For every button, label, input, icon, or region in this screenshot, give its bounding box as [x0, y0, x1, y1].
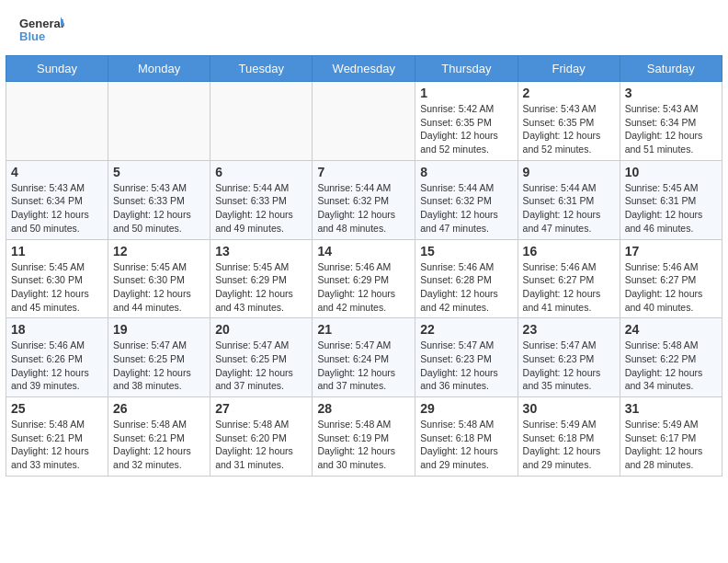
day-number: 24 — [625, 322, 717, 337]
day-info: Sunrise: 5:46 AMSunset: 6:28 PMDaylight:… — [420, 260, 512, 315]
day-header-monday: Monday — [108, 56, 210, 82]
logo: General Blue — [18, 15, 64, 48]
calendar-cell: 2Sunrise: 5:43 AMSunset: 6:35 PMDaylight… — [518, 82, 620, 161]
calendar-cell: 20Sunrise: 5:47 AMSunset: 6:25 PMDayligh… — [210, 318, 313, 397]
day-header-wednesday: Wednesday — [313, 56, 415, 82]
day-number: 10 — [625, 165, 717, 179]
day-info: Sunrise: 5:44 AMSunset: 6:33 PMDaylight:… — [215, 181, 307, 236]
day-number: 3 — [625, 86, 717, 100]
day-info: Sunrise: 5:47 AMSunset: 6:24 PMDaylight:… — [317, 339, 410, 393]
calendar-cell: 15Sunrise: 5:46 AMSunset: 6:28 PMDayligh… — [415, 239, 518, 318]
calendar-cell: 23Sunrise: 5:47 AMSunset: 6:23 PMDayligh… — [518, 318, 620, 397]
day-info: Sunrise: 5:42 AMSunset: 6:35 PMDaylight:… — [420, 102, 512, 156]
day-header-tuesday: Tuesday — [210, 56, 313, 82]
day-info: Sunrise: 5:43 AMSunset: 6:34 PMDaylight:… — [625, 102, 717, 156]
day-info: Sunrise: 5:44 AMSunset: 6:32 PMDaylight:… — [420, 181, 512, 236]
day-info: Sunrise: 5:43 AMSunset: 6:35 PMDaylight:… — [523, 102, 615, 156]
calendar-cell — [108, 82, 210, 161]
calendar-table: SundayMondayTuesdayWednesdayThursdayFrid… — [6, 55, 722, 477]
svg-text:Blue: Blue — [19, 29, 45, 43]
day-info: Sunrise: 5:45 AMSunset: 6:30 PMDaylight:… — [11, 260, 103, 315]
day-info: Sunrise: 5:43 AMSunset: 6:34 PMDaylight:… — [11, 181, 103, 236]
day-info: Sunrise: 5:46 AMSunset: 6:29 PMDaylight:… — [317, 260, 410, 315]
calendar-cell: 6Sunrise: 5:44 AMSunset: 6:33 PMDaylight… — [210, 160, 313, 239]
calendar-wrap: SundayMondayTuesdayWednesdayThursdayFrid… — [0, 55, 728, 482]
calendar-cell: 5Sunrise: 5:43 AMSunset: 6:33 PMDaylight… — [108, 160, 210, 239]
day-number: 20 — [215, 322, 307, 337]
day-info: Sunrise: 5:45 AMSunset: 6:31 PMDaylight:… — [625, 181, 717, 236]
day-number: 23 — [523, 322, 615, 337]
calendar-cell: 12Sunrise: 5:45 AMSunset: 6:30 PMDayligh… — [108, 239, 210, 318]
calendar-cell: 3Sunrise: 5:43 AMSunset: 6:34 PMDaylight… — [620, 82, 722, 161]
calendar-cell: 11Sunrise: 5:45 AMSunset: 6:30 PMDayligh… — [6, 239, 108, 318]
day-number: 17 — [625, 244, 717, 259]
calendar-cell: 24Sunrise: 5:48 AMSunset: 6:22 PMDayligh… — [620, 318, 722, 397]
day-info: Sunrise: 5:47 AMSunset: 6:25 PMDaylight:… — [113, 339, 205, 393]
day-number: 7 — [317, 165, 410, 179]
day-number: 13 — [215, 244, 307, 259]
calendar-cell: 30Sunrise: 5:49 AMSunset: 6:18 PMDayligh… — [518, 397, 620, 477]
logo-svg: General Blue — [18, 15, 64, 48]
day-header-friday: Friday — [518, 56, 620, 82]
day-header-saturday: Saturday — [620, 56, 722, 82]
day-number: 18 — [11, 322, 103, 337]
calendar-cell: 13Sunrise: 5:45 AMSunset: 6:29 PMDayligh… — [210, 239, 313, 318]
calendar-cell: 17Sunrise: 5:46 AMSunset: 6:27 PMDayligh… — [620, 239, 722, 318]
calendar-cell: 1Sunrise: 5:42 AMSunset: 6:35 PMDaylight… — [415, 82, 518, 161]
day-info: Sunrise: 5:48 AMSunset: 6:21 PMDaylight:… — [11, 418, 103, 472]
day-number: 31 — [625, 401, 717, 416]
day-number: 1 — [420, 86, 512, 100]
day-number: 14 — [317, 244, 410, 259]
day-number: 15 — [420, 244, 512, 259]
week-row-0: 1Sunrise: 5:42 AMSunset: 6:35 PMDaylight… — [6, 82, 722, 161]
day-info: Sunrise: 5:49 AMSunset: 6:18 PMDaylight:… — [523, 418, 615, 472]
day-info: Sunrise: 5:45 AMSunset: 6:30 PMDaylight:… — [113, 260, 205, 315]
day-info: Sunrise: 5:48 AMSunset: 6:22 PMDaylight:… — [625, 339, 717, 393]
day-info: Sunrise: 5:48 AMSunset: 6:19 PMDaylight:… — [317, 418, 410, 472]
calendar-cell: 21Sunrise: 5:47 AMSunset: 6:24 PMDayligh… — [313, 318, 415, 397]
day-number: 25 — [11, 401, 103, 416]
day-header-thursday: Thursday — [415, 56, 518, 82]
svg-text:General: General — [19, 17, 63, 30]
calendar-cell — [210, 82, 313, 161]
day-info: Sunrise: 5:47 AMSunset: 6:23 PMDaylight:… — [523, 339, 615, 393]
week-row-2: 11Sunrise: 5:45 AMSunset: 6:30 PMDayligh… — [6, 239, 722, 318]
calendar-cell: 26Sunrise: 5:48 AMSunset: 6:21 PMDayligh… — [108, 397, 210, 477]
calendar-cell: 19Sunrise: 5:47 AMSunset: 6:25 PMDayligh… — [108, 318, 210, 397]
calendar-cell: 10Sunrise: 5:45 AMSunset: 6:31 PMDayligh… — [620, 160, 722, 239]
calendar-cell: 7Sunrise: 5:44 AMSunset: 6:32 PMDaylight… — [313, 160, 415, 239]
calendar-cell: 4Sunrise: 5:43 AMSunset: 6:34 PMDaylight… — [6, 160, 108, 239]
header: General Blue — [0, 0, 728, 55]
day-number: 19 — [113, 322, 205, 337]
calendar-cell: 31Sunrise: 5:49 AMSunset: 6:17 PMDayligh… — [620, 397, 722, 477]
day-number: 9 — [523, 165, 615, 179]
day-number: 26 — [113, 401, 205, 416]
day-info: Sunrise: 5:46 AMSunset: 6:27 PMDaylight:… — [625, 260, 717, 315]
day-info: Sunrise: 5:48 AMSunset: 6:21 PMDaylight:… — [113, 418, 205, 472]
day-info: Sunrise: 5:47 AMSunset: 6:23 PMDaylight:… — [420, 339, 512, 393]
week-row-1: 4Sunrise: 5:43 AMSunset: 6:34 PMDaylight… — [6, 160, 722, 239]
day-number: 22 — [420, 322, 512, 337]
day-number: 6 — [215, 165, 307, 179]
day-info: Sunrise: 5:48 AMSunset: 6:20 PMDaylight:… — [215, 418, 307, 472]
day-number: 4 — [11, 165, 103, 179]
calendar-cell: 18Sunrise: 5:46 AMSunset: 6:26 PMDayligh… — [6, 318, 108, 397]
day-info: Sunrise: 5:45 AMSunset: 6:29 PMDaylight:… — [215, 260, 307, 315]
day-info: Sunrise: 5:47 AMSunset: 6:25 PMDaylight:… — [215, 339, 307, 393]
week-row-4: 25Sunrise: 5:48 AMSunset: 6:21 PMDayligh… — [6, 397, 722, 477]
day-number: 27 — [215, 401, 307, 416]
calendar-cell: 9Sunrise: 5:44 AMSunset: 6:31 PMDaylight… — [518, 160, 620, 239]
day-info: Sunrise: 5:43 AMSunset: 6:33 PMDaylight:… — [113, 181, 205, 236]
day-number: 16 — [523, 244, 615, 259]
day-info: Sunrise: 5:49 AMSunset: 6:17 PMDaylight:… — [625, 418, 717, 472]
calendar-cell: 28Sunrise: 5:48 AMSunset: 6:19 PMDayligh… — [313, 397, 415, 477]
day-number: 5 — [113, 165, 205, 179]
day-number: 21 — [317, 322, 410, 337]
day-info: Sunrise: 5:46 AMSunset: 6:27 PMDaylight:… — [523, 260, 615, 315]
calendar-cell: 8Sunrise: 5:44 AMSunset: 6:32 PMDaylight… — [415, 160, 518, 239]
day-number: 8 — [420, 165, 512, 179]
calendar-cell — [6, 82, 108, 161]
day-number: 11 — [11, 244, 103, 259]
calendar-cell: 14Sunrise: 5:46 AMSunset: 6:29 PMDayligh… — [313, 239, 415, 318]
calendar-cell: 27Sunrise: 5:48 AMSunset: 6:20 PMDayligh… — [210, 397, 313, 477]
